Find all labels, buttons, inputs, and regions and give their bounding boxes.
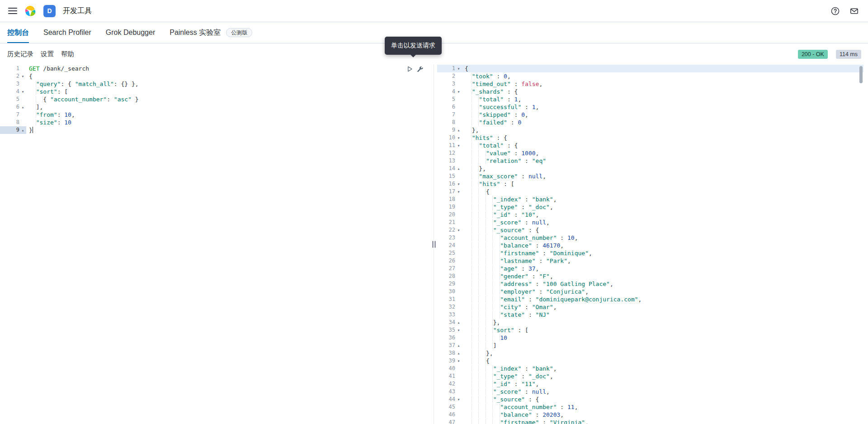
line-number: 7 (0, 111, 19, 119)
code-text: "account_number" : 11, (462, 403, 578, 411)
code-text: "hits" : [ (462, 180, 514, 188)
pane-resizer[interactable] (431, 65, 437, 424)
fold-end-icon[interactable]: ▴ (19, 126, 26, 134)
gutter-cell: 22▾ (437, 226, 462, 234)
toolbar-link-help[interactable]: 帮助 (61, 50, 74, 58)
code-text[interactable]: { "account_number": "asc" } (26, 95, 139, 103)
code-text: "relation" : "eq" (462, 157, 546, 165)
code-text: }, (462, 165, 486, 172)
code-text[interactable]: "sort": [ (26, 88, 68, 95)
code-text[interactable]: "from": 10, (26, 111, 75, 119)
fold-open-icon[interactable]: ▾ (455, 226, 462, 234)
line-number: 26 (437, 257, 455, 265)
code-line: 1GET /bank/_search (0, 65, 431, 72)
fold-end-icon[interactable]: ▴ (455, 342, 462, 349)
tab-grok-debugger[interactable]: Grok Debugger (106, 22, 155, 43)
elastic-logo[interactable] (24, 5, 36, 17)
code-text[interactable]: GET /bank/_search (26, 65, 89, 72)
line-number: 21 (437, 219, 455, 226)
fold-open-icon[interactable]: ▾ (455, 395, 462, 403)
code-text: "employer" : "Conjurica", (462, 288, 589, 295)
gutter-cell: 5 (437, 95, 462, 103)
line-number: 2 (0, 72, 19, 80)
code-text[interactable]: "query": { "match_all": {} }, (26, 80, 139, 88)
code-text: "successful" : 1, (462, 103, 539, 111)
request-editor[interactable]: 1GET /bank/_search2▾{3 "query": { "match… (0, 65, 431, 134)
gutter-cell: 1▾ (437, 65, 462, 72)
gutter-cell: 45 (437, 403, 462, 411)
code-line: 18 "_index" : "bank", (437, 195, 863, 203)
code-text: "_score" : null, (462, 388, 550, 395)
line-number: 41 (437, 372, 455, 380)
code-line: 34▴ }, (437, 319, 863, 326)
toolbar-link-settings[interactable]: 设置 (41, 50, 54, 58)
fold-open-icon[interactable]: ▾ (455, 180, 462, 188)
line-number: 32 (437, 303, 455, 311)
gutter-cell: 11▾ (437, 142, 462, 149)
fold-open-icon[interactable]: ▾ (19, 88, 26, 95)
gutter-cell: 8 (0, 119, 26, 126)
gutter-cell: 19 (437, 203, 462, 211)
fold-end-icon[interactable]: ▴ (455, 319, 462, 326)
code-line: 5 { "account_number": "asc" } (0, 95, 431, 103)
line-number: 22 (437, 226, 455, 234)
toolbar-link-history[interactable]: 历史记录 (7, 50, 33, 58)
tab-console[interactable]: 控制台 (7, 22, 29, 43)
gutter-cell: 37▴ (437, 342, 462, 349)
feedback-mail-icon[interactable] (848, 5, 860, 17)
resizer-handle-icon[interactable] (432, 240, 436, 249)
tab-search-profiler[interactable]: Search Profiler (43, 22, 91, 43)
fold-open-icon[interactable]: ▾ (455, 188, 462, 195)
request-editor-pane[interactable]: 1GET /bank/_search2▾{3 "query": { "match… (0, 65, 431, 424)
code-text: "_type" : "_doc", (462, 372, 553, 380)
code-line: 1▾{ (437, 65, 863, 72)
fold-end-icon[interactable]: ▴ (455, 349, 462, 357)
fold-end-icon[interactable]: ▴ (455, 126, 462, 134)
fold-end-icon[interactable]: ▴ (19, 103, 26, 111)
code-text: "total" : 1, (462, 95, 521, 103)
line-number: 42 (437, 380, 455, 388)
fold-open-icon[interactable]: ▾ (19, 72, 26, 80)
line-number: 12 (437, 149, 455, 157)
response-scrollbar-thumb[interactable] (859, 66, 863, 83)
line-number: 4 (437, 88, 455, 95)
gutter-cell: 7 (0, 111, 26, 119)
help-icon[interactable] (829, 5, 841, 17)
fold-open-icon[interactable]: ▾ (455, 357, 462, 365)
gutter-cell: 2 (437, 72, 462, 80)
gutter-cell: 7 (437, 111, 462, 119)
fold-open-icon[interactable]: ▾ (455, 65, 462, 72)
response-status-badge: 200 - OK (798, 50, 828, 59)
send-request-icon[interactable] (406, 65, 413, 72)
fold-open-icon[interactable]: ▾ (455, 88, 462, 95)
wrench-icon[interactable] (416, 65, 424, 72)
space-avatar[interactable]: D (43, 5, 56, 17)
code-line: 10▾ "hits" : { (437, 134, 863, 142)
code-text[interactable]: ], (26, 103, 43, 111)
response-pane[interactable]: 1▾{2 "took" : 0,3 "timed_out" : false,4▾… (437, 65, 863, 424)
code-line: 8 "size": 10 (0, 119, 431, 126)
code-text: "_shards" : { (462, 88, 518, 95)
code-text[interactable]: } (26, 126, 33, 134)
fold-open-icon[interactable]: ▾ (455, 326, 462, 334)
code-line: 30 "employer" : "Conjurica", (437, 288, 863, 295)
global-header: D 开发工具 (0, 0, 868, 22)
code-line: 33 "state" : "NJ" (437, 311, 863, 319)
line-number: 1 (437, 65, 455, 72)
code-text: }, (462, 319, 500, 326)
fold-open-icon[interactable]: ▾ (455, 142, 462, 149)
gutter-cell: 20 (437, 211, 462, 219)
fold-open-icon[interactable]: ▾ (455, 134, 462, 142)
tab-painless-lab[interactable]: Painless 实验室 公测版 (170, 22, 252, 43)
code-line: 12 "value" : 1000, (437, 149, 863, 157)
code-text: "_id" : "11", (462, 380, 539, 388)
fold-end-icon[interactable]: ▴ (455, 165, 462, 172)
tab-grok-debugger-label: Grok Debugger (106, 29, 155, 37)
code-text[interactable]: { (26, 72, 33, 80)
menu-icon[interactable] (8, 8, 17, 14)
code-text: "_index" : "bank", (462, 365, 557, 372)
gutter-cell: 3 (437, 80, 462, 88)
code-text[interactable]: "size": 10 (26, 119, 71, 126)
gutter-cell: 38▴ (437, 349, 462, 357)
line-number: 16 (437, 180, 455, 188)
